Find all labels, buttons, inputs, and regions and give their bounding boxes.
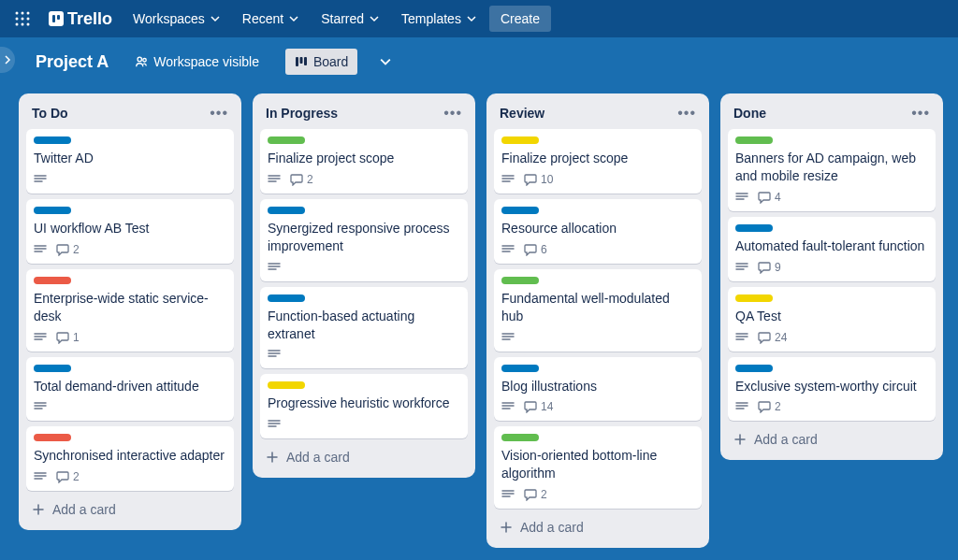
add-card-button[interactable]: Add a card: [26, 496, 234, 523]
trello-logo-icon: [49, 11, 64, 26]
svg-rect-13: [296, 57, 298, 66]
card[interactable]: Fundamental well-modulated hub: [494, 269, 702, 352]
chevron-down-icon: [467, 14, 476, 23]
card-label[interactable]: [501, 277, 539, 284]
description-badge: [501, 400, 515, 413]
list-menu-button[interactable]: •••: [911, 105, 930, 122]
card[interactable]: Banners for AD campaign, web and mobile …: [728, 129, 936, 211]
card-label[interactable]: [268, 381, 305, 389]
card[interactable]: Finalize project scope10: [494, 129, 702, 194]
card-label[interactable]: [501, 136, 539, 144]
comments-count: 2: [775, 400, 781, 413]
brand-logo[interactable]: Trello: [41, 9, 120, 29]
card[interactable]: Enterprise-wide static service-desk1: [26, 269, 234, 352]
card[interactable]: Function-based actuating extranet: [260, 287, 468, 369]
board-title[interactable]: Project A: [36, 52, 109, 72]
add-card-button[interactable]: Add a card: [260, 444, 468, 470]
list-title[interactable]: Done: [733, 106, 766, 121]
card[interactable]: Progressive heuristic workforce: [260, 374, 468, 438]
nav-recent[interactable]: Recent: [233, 6, 308, 32]
comments-badge: 6: [524, 243, 547, 256]
card-label[interactable]: [268, 136, 305, 144]
list-header: Done•••: [728, 101, 936, 123]
card-title: Finalize project scope: [501, 150, 694, 167]
card-title: Banners for AD campaign, web and mobile …: [735, 150, 928, 185]
card-label[interactable]: [268, 294, 305, 302]
card-label[interactable]: [34, 434, 71, 441]
card-title: Resource allocation: [501, 220, 694, 237]
list-title[interactable]: To Do: [32, 106, 68, 121]
card-title: Exclusive system-worthy circuit: [735, 378, 928, 395]
card-title: Synchronised interactive adapter: [34, 447, 226, 465]
nav-templates-label: Templates: [401, 11, 461, 26]
card[interactable]: Total demand-driven attitude: [26, 357, 234, 422]
card-label[interactable]: [34, 277, 71, 284]
description-badge: [268, 261, 281, 274]
board-view-button[interactable]: Board: [285, 49, 357, 75]
card-title: Twitter AD: [34, 150, 226, 167]
card-title: Function-based actuating extranet: [268, 308, 460, 343]
list-menu-button[interactable]: •••: [443, 105, 462, 122]
list-title[interactable]: Review: [500, 106, 544, 121]
list-title[interactable]: In Progress: [266, 106, 338, 121]
comments-count: 10: [541, 173, 553, 186]
card-label[interactable]: [735, 365, 773, 372]
nav-workspaces[interactable]: Workspaces: [123, 6, 229, 32]
card-badges: 2: [268, 173, 460, 186]
card-label[interactable]: [34, 136, 71, 144]
card-badges: [34, 173, 226, 186]
card-label[interactable]: [501, 207, 539, 214]
comment-icon: [524, 488, 537, 501]
comments-badge: 2: [56, 243, 80, 256]
card[interactable]: Finalize project scope2: [260, 129, 468, 194]
description-icon: [735, 191, 748, 204]
card-label[interactable]: [501, 434, 539, 441]
description-icon: [268, 261, 281, 274]
card[interactable]: Twitter AD: [26, 129, 234, 194]
card-title: Synergized responsive process improvemen…: [268, 220, 460, 255]
card[interactable]: Synchronised interactive adapter2: [26, 426, 234, 491]
list: Review•••Finalize project scope10Resourc…: [486, 93, 709, 548]
card[interactable]: Automated fault-tolerant function9: [728, 217, 936, 281]
card-label[interactable]: [34, 365, 71, 372]
card-label[interactable]: [735, 224, 773, 232]
card[interactable]: Exclusive system-worthy circuit2: [728, 357, 936, 422]
card-badges: 1: [34, 331, 226, 344]
card-label[interactable]: [735, 294, 773, 302]
card[interactable]: Vision-oriented bottom-line algorithm2: [494, 426, 702, 509]
board-header: Project A Workspace visible Board: [0, 37, 958, 86]
svg-point-12: [143, 59, 147, 63]
nav-starred[interactable]: Starred: [312, 6, 388, 32]
add-card-button[interactable]: Add a card: [494, 514, 702, 540]
card-label[interactable]: [34, 207, 71, 214]
card-badges: 2: [735, 400, 928, 413]
list: Done•••Banners for AD campaign, web and …: [720, 93, 943, 460]
add-card-button[interactable]: Add a card: [728, 426, 936, 452]
description-badge: [501, 488, 515, 501]
description-badge: [34, 173, 47, 186]
description-icon: [735, 400, 748, 413]
expand-sidebar-button[interactable]: [0, 47, 15, 73]
create-button[interactable]: Create: [489, 6, 551, 32]
card-label[interactable]: [735, 136, 773, 144]
list-menu-button[interactable]: •••: [677, 105, 696, 122]
workspace-visibility-button[interactable]: Workspace visible: [125, 49, 269, 75]
card-badges: [268, 348, 460, 361]
view-switcher-button[interactable]: [374, 50, 397, 73]
card-label[interactable]: [268, 207, 305, 214]
card[interactable]: Blog illustrations14: [494, 357, 702, 422]
card[interactable]: Synergized responsive process improvemen…: [260, 199, 468, 281]
card-label[interactable]: [501, 365, 539, 372]
nav-templates[interactable]: Templates: [392, 6, 486, 32]
description-icon: [501, 173, 515, 186]
comments-count: 24: [775, 331, 787, 344]
card[interactable]: UI workflow AB Test2: [26, 199, 234, 264]
comment-icon: [524, 243, 537, 256]
list-menu-button[interactable]: •••: [210, 105, 228, 122]
card[interactable]: Resource allocation6: [494, 199, 702, 264]
card[interactable]: QA Test24: [728, 287, 936, 352]
card-badges: [34, 400, 226, 413]
description-badge: [735, 261, 748, 274]
board-canvas[interactable]: To Do•••Twitter ADUI workflow AB Test2En…: [0, 86, 958, 555]
apps-icon[interactable]: [7, 4, 37, 34]
